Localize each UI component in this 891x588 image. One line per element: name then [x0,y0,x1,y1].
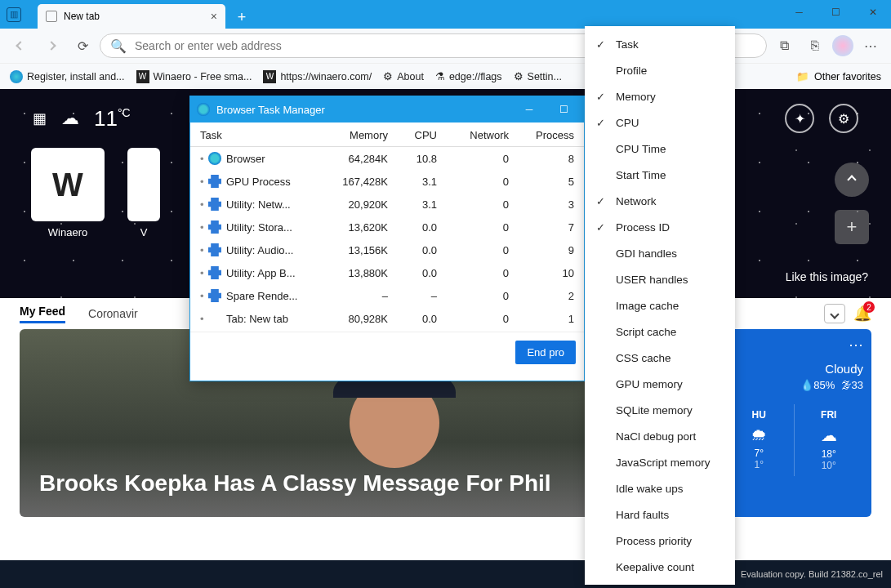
task-row[interactable]: •Utility: Netw... 20,920K 3.1 0 3 [190,193,584,216]
screenshot-icon[interactable]: ⧉ [770,32,798,60]
forward-button[interactable] [38,32,65,60]
browser-toolbar: ⟳ 🔍 ⧉ ⎘ ⋯ [0,29,891,63]
maximize-button[interactable]: ☐ [817,0,854,24]
context-menu-item[interactable]: SQLite memory [585,397,735,423]
cell-network: 0 [440,151,512,167]
maximize-button[interactable]: ☐ [550,104,577,115]
notification-count: 2 [863,301,875,313]
bookmark-item[interactable]: ⚗edge://flags [435,70,502,82]
context-menu-item[interactable]: GPU memory [585,371,735,397]
task-name: Tab: New tab [226,313,288,325]
windows-taskbar: Evaluation copy. Build 21382.co_rel [0,560,891,588]
task-row[interactable]: •Utility: App B... 13,880K 0.0 0 10 [190,261,584,284]
col-network[interactable]: Network [440,127,512,143]
context-menu-item[interactable]: Task [585,31,735,57]
site-icon: W [263,70,276,83]
settings-icon[interactable]: ⚙ [829,104,858,133]
col-process[interactable]: Process [512,127,577,143]
like-image-label[interactable]: Like this image? [786,270,868,283]
context-menu-item[interactable]: CSS cache [585,345,735,371]
context-menu-item[interactable]: CPU [585,109,735,136]
task-row[interactable]: •Tab: New tab 80,928K 0.0 0 1 [190,307,584,330]
menu-button[interactable]: ⋯ [857,32,884,60]
weather-icon: ☁ [61,108,79,129]
bookmark-item[interactable]: WWinaero - Free sma... [136,70,252,83]
context-menu-item[interactable]: Image cache [585,292,735,318]
cell-memory: 64,284K [326,151,391,167]
tab-actions-icon[interactable]: ▥ [7,7,21,22]
task-row[interactable]: •Utility: Audio... 13,156K 0.0 0 9 [190,238,584,261]
task-row[interactable]: •Browser 64,284K 10.8 0 8 [190,147,584,170]
notifications-button[interactable]: 🔔 2 [853,305,871,323]
collections-icon[interactable]: ⎘ [801,32,829,60]
bookmark-item[interactable]: Register, install and... [10,70,125,83]
tile-label: V [140,226,148,238]
cell-memory: 13,620K [326,220,391,235]
refresh-button[interactable]: ⟳ [69,32,96,60]
cell-pid: 5 [512,174,577,189]
context-menu-item[interactable]: Network [585,188,735,214]
weather-card[interactable]: ⋯ Cloudy 💧85% 🌫33 HU 🌧 7° 1° FRI ☁ 18° 1… [716,329,871,517]
context-menu-item[interactable]: GDI handles [585,240,735,266]
back-button[interactable] [7,32,34,60]
context-menu-item[interactable]: USER handles [585,266,735,292]
other-favorites[interactable]: Other favorites [814,71,881,82]
cell-memory: 13,156K [326,243,391,258]
bookmark-item[interactable]: ⚙About [383,70,424,82]
context-menu-item[interactable]: CPU Time [585,136,735,162]
browser-tab[interactable]: New tab × [38,4,225,29]
task-row[interactable]: •Utility: Stora... 13,620K 0.0 0 7 [190,216,584,238]
bookmark-item[interactable]: Whttps://winaero.com/ [263,70,372,83]
col-task[interactable]: Task [197,127,326,143]
task-manager-columns[interactable]: Task Memory CPU Network Process [190,122,584,147]
context-menu-item[interactable]: Profile [585,57,735,83]
context-menu-item[interactable]: Hard faults [585,501,735,528]
task-row[interactable]: •GPU Process 167,428K 3.1 0 5 [190,170,584,193]
dropdown-icon[interactable] [824,304,845,323]
sparkle-icon[interactable]: ✦ [785,104,814,133]
context-menu-item[interactable]: Keepalive count [585,554,735,580]
new-tab-button[interactable]: + [230,6,253,29]
col-memory[interactable]: Memory [326,127,391,143]
context-menu-item[interactable]: Idle wake ups [585,475,735,501]
context-menu-item[interactable]: Start Time [585,162,735,188]
col-cpu[interactable]: CPU [391,127,440,143]
context-menu-item[interactable]: Memory [585,83,735,109]
scroll-up-button[interactable] [835,163,869,197]
task-manager-titlebar[interactable]: Browser Task Manager ─ ☐ [190,96,584,122]
weather-metrics: 💧85% 🌫33 [724,379,863,391]
minimize-button[interactable]: ─ [781,0,817,24]
quick-link-tile[interactable]: W Winaero [31,148,105,238]
context-menu-item[interactable]: Script cache [585,318,735,345]
add-tile-button[interactable]: + [835,210,869,244]
task-row[interactable]: •Spare Rende... – – 0 2 [190,284,584,307]
close-window-button[interactable]: ✕ [854,0,891,24]
quick-link-tile[interactable]: V [127,148,160,238]
cell-network: 0 [440,311,512,327]
context-menu-item[interactable]: JavaScript memory [585,449,735,475]
feed-tab-coronavirus[interactable]: Coronavir [88,307,138,320]
cell-cpu: 10.8 [391,151,440,167]
context-menu-item[interactable]: NaCl debug port [585,423,735,449]
folder-icon: 📁 [796,70,809,82]
task-manager-window: Browser Task Manager ─ ☐ Task Memory CPU… [189,96,585,381]
window-titlebar: ▥ New tab × + ─ ☐ ✕ [0,0,891,29]
feed-tab-myfeed[interactable]: My Feed [20,305,65,323]
context-menu-item[interactable]: Process priority [585,528,735,554]
process-icon [208,289,221,302]
more-icon[interactable]: ⋯ [849,336,863,354]
profile-avatar[interactable] [832,35,853,56]
cell-cpu: 0.0 [391,220,440,235]
end-process-button[interactable]: End pro [515,341,576,364]
cell-pid: 2 [512,288,577,304]
cell-cpu: 0.0 [391,243,440,258]
context-menu-item[interactable]: Process ID [585,214,735,240]
apps-grid-icon[interactable]: ▦ [33,109,47,127]
minimize-button[interactable]: ─ [515,104,543,115]
build-info: Evaluation copy. Build 21382.co_rel [741,569,883,579]
tab-title: New tab [64,11,100,22]
bookmark-item[interactable]: ⚙Settin... [514,70,562,82]
task-name: Utility: Audio... [226,244,293,256]
weather-condition: Cloudy [724,362,863,376]
close-tab-button[interactable]: × [211,10,217,23]
